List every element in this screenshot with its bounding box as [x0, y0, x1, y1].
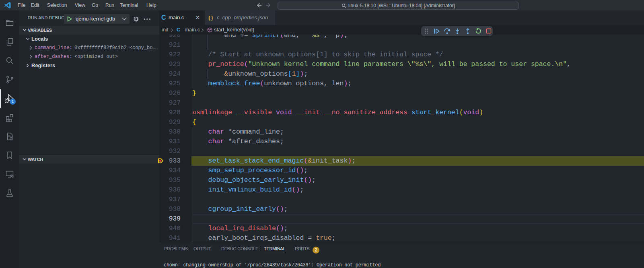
svg-text:C++: C++ [8, 135, 13, 137]
